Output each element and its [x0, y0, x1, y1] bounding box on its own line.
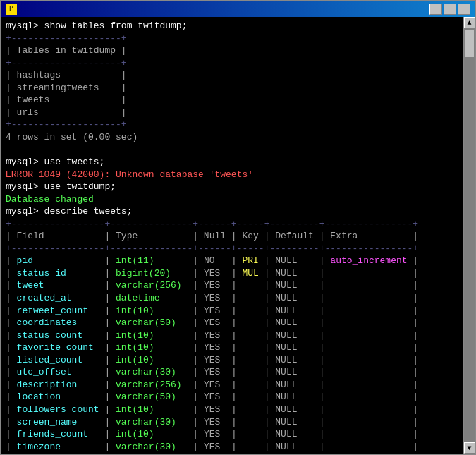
terminal-content[interactable]: mysql> show tables from twitdump; +-----…	[1, 17, 463, 454]
scrollbar-track[interactable]	[464, 28, 475, 442]
scrollbar[interactable]: ▲ ▼	[463, 17, 475, 454]
window-controls	[429, 4, 470, 15]
scroll-up-button[interactable]: ▲	[464, 17, 475, 28]
scrollbar-thumb[interactable]	[465, 30, 475, 58]
scroll-down-button[interactable]: ▼	[464, 442, 475, 454]
minimize-button[interactable]	[429, 4, 442, 15]
app-icon: P	[6, 4, 17, 15]
terminal-area: mysql> show tables from twitdump; +-----…	[1, 17, 475, 454]
maximize-button[interactable]	[444, 4, 456, 15]
close-button[interactable]	[458, 4, 470, 15]
title-bar: P	[1, 1, 475, 17]
putty-window: P mysql> show tables from twitdump; +---…	[0, 0, 476, 455]
